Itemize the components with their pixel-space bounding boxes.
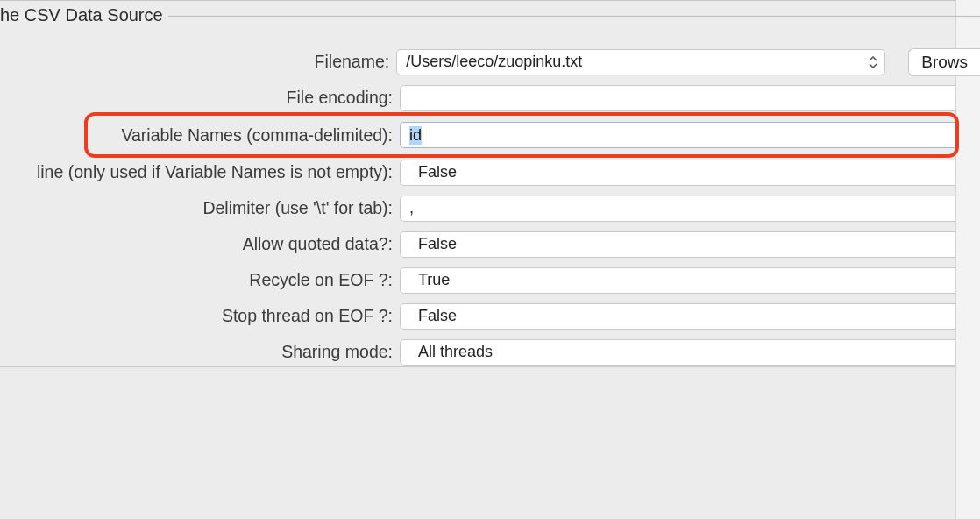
ignore-first-line-value: False	[409, 163, 457, 181]
label-ignore-first-line: line (only used if Variable Names is not…	[0, 162, 400, 182]
label-allow-quoted: Allow quoted data?:	[0, 234, 400, 254]
top-divider	[0, 0, 980, 1]
fieldset-legend: he CSV Data Source	[0, 5, 168, 25]
row-ignore-first-line: line (only used if Variable Names is not…	[0, 154, 980, 190]
label-delimiter: Delimiter (use '\t' for tab):	[0, 198, 400, 218]
sharing-mode-combo[interactable]: All threads	[400, 339, 955, 366]
form-container: Filename: /Users/leeco/zuopinku.txt Brow…	[0, 44, 980, 370]
stop-thread-eof-combo[interactable]: False	[400, 303, 955, 330]
label-file-encoding: File encoding:	[0, 88, 400, 108]
row-recycle-eof: Recycle on EOF ?: True	[0, 262, 980, 298]
recycle-eof-value: True	[409, 271, 450, 289]
sharing-mode-value: All threads	[409, 343, 493, 361]
row-sharing-mode: Sharing mode: All threads	[0, 334, 980, 370]
row-delimiter: Delimiter (use '\t' for tab): ,	[0, 190, 980, 226]
variable-names-input[interactable]: id	[400, 122, 955, 148]
row-allow-quoted: Allow quoted data?: False	[0, 226, 980, 262]
filename-combo[interactable]: /Users/leeco/zuopinku.txt	[396, 49, 885, 75]
recycle-eof-combo[interactable]: True	[400, 267, 955, 294]
label-recycle-eof: Recycle on EOF ?:	[0, 270, 400, 290]
browse-button[interactable]: Brows	[908, 48, 980, 76]
label-stop-thread-eof: Stop thread on EOF ?:	[0, 306, 400, 326]
allow-quoted-value: False	[409, 235, 457, 253]
label-sharing-mode: Sharing mode:	[0, 342, 400, 362]
filename-value: /Users/leeco/zuopinku.txt	[406, 53, 582, 71]
delimiter-input[interactable]: ,	[400, 196, 955, 222]
ignore-first-line-combo[interactable]: False	[400, 160, 955, 186]
variable-names-value: id	[409, 126, 422, 145]
row-variable-names: Variable Names (comma-delimited): id	[0, 116, 980, 154]
delimiter-value: ,	[409, 199, 414, 217]
stop-thread-eof-value: False	[409, 307, 457, 325]
bottom-divider	[0, 366, 955, 367]
label-variable-names: Variable Names (comma-delimited):	[0, 125, 400, 146]
stepper-icon[interactable]	[867, 53, 879, 71]
allow-quoted-combo[interactable]: False	[400, 231, 955, 258]
label-filename: Filename:	[0, 52, 396, 72]
browse-label: Brows	[921, 53, 968, 72]
row-stop-thread-eof: Stop thread on EOF ?: False	[0, 298, 980, 334]
file-encoding-combo[interactable]	[400, 85, 955, 111]
row-filename: Filename: /Users/leeco/zuopinku.txt Brow…	[0, 44, 980, 80]
row-file-encoding: File encoding:	[0, 80, 980, 116]
